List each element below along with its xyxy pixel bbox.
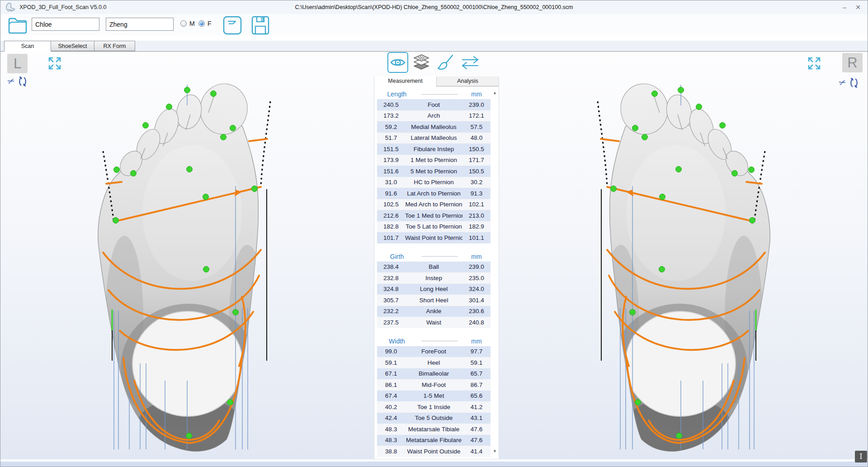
layers-icon[interactable] bbox=[413, 54, 430, 71]
measurement-row: 182.8Toe 5 Lat to Pternion182.9 bbox=[377, 221, 491, 233]
rotate-left-icon[interactable] bbox=[18, 76, 28, 87]
save-icon[interactable] bbox=[250, 15, 270, 35]
right-foot-button[interactable]: R bbox=[842, 53, 863, 72]
measurement-row: 38.8Waist Point Outside41.4 bbox=[377, 446, 491, 457]
measurement-row: 31.0HC to Pternion30.2 bbox=[377, 177, 491, 188]
left-foot-button[interactable]: L bbox=[7, 54, 28, 73]
toolbar: M F bbox=[0, 14, 868, 35]
measurement-row: 237.5Waist240.8 bbox=[377, 317, 491, 328]
right-tools: ✂ bbox=[839, 77, 859, 88]
app-window: XPOD_3D_Full_Foot_Scan V5.0.0 C:\Users\a… bbox=[0, 0, 868, 467]
measurement-row: 305.7Short Heel301.4 bbox=[377, 295, 491, 306]
measurement-row: 48.3Metatarsale Tibiale47.6 bbox=[377, 424, 491, 435]
window-title: XPOD_3D_Full_Foot_Scan V5.0.0 bbox=[19, 4, 106, 10]
left-tools: ✂ bbox=[8, 76, 28, 87]
file-path: C:\Users\admin\Desktop\Scan\(XPOD-HD) Ch… bbox=[0, 4, 868, 10]
swap-arrows-icon[interactable] bbox=[461, 56, 480, 69]
measurement-row: 40.2Toe 1 Inside41.2 bbox=[377, 401, 491, 413]
tab-scan[interactable]: Scan bbox=[4, 41, 51, 52]
minimize-icon[interactable]: – bbox=[840, 3, 849, 12]
gender-male-label: M bbox=[189, 20, 195, 27]
measurement-row: 173.2Arch172.1 bbox=[377, 110, 491, 122]
footer-bar bbox=[0, 462, 868, 467]
gender-radio-male[interactable] bbox=[180, 20, 187, 27]
tab-shoeselect[interactable]: ShoeSelect bbox=[51, 41, 94, 51]
main-tab-bar: Scan ShoeSelect RX Form bbox=[0, 41, 868, 52]
measurement-row: 99.0ForeFoot97.7 bbox=[377, 346, 491, 357]
last-name-field[interactable] bbox=[106, 18, 174, 31]
scroll-down-icon[interactable]: ▼ bbox=[493, 449, 497, 453]
panel-tab-bar: Measurement Analysis bbox=[374, 76, 499, 86]
ibeam-cursor: I bbox=[855, 451, 867, 462]
show-view-button[interactable] bbox=[387, 52, 408, 73]
tab-measurement[interactable]: Measurement bbox=[374, 76, 436, 86]
measurement-row: 67.41-5 Met65.6 bbox=[377, 391, 491, 402]
expand-right-icon[interactable] bbox=[807, 56, 822, 71]
section-header: Lengthmm bbox=[377, 89, 491, 99]
section-header: Girthmm bbox=[377, 252, 491, 262]
measurement-row: 101.7Waist Point to Pternion101.1 bbox=[377, 232, 491, 243]
gender-female-label: F bbox=[208, 20, 212, 27]
app-foot-logo-icon bbox=[5, 2, 17, 12]
measurement-row: 59.2Medial Malleolus57.5 bbox=[377, 121, 491, 133]
rotate-right-icon[interactable] bbox=[849, 77, 859, 88]
brush-icon[interactable] bbox=[436, 54, 454, 71]
measurement-row: 59.1Heel59.1 bbox=[377, 357, 491, 368]
measurement-row: 240.5Foot239.0 bbox=[377, 99, 491, 110]
measurement-row: 86.1Mid-Foot86.7 bbox=[377, 379, 491, 391]
measurement-row: 232.8Instep235.0 bbox=[377, 272, 491, 284]
eye-icon bbox=[390, 57, 406, 68]
first-name-field[interactable] bbox=[32, 18, 99, 31]
gender-radio-female[interactable] bbox=[198, 20, 205, 27]
measurement-row: 212.6Toe 1 Med to Pternion213.0 bbox=[377, 210, 491, 221]
measurement-row: 232.2Ankle230.6 bbox=[377, 306, 491, 317]
scroll-up-icon[interactable]: ▲ bbox=[493, 91, 497, 95]
expand-left-icon[interactable] bbox=[47, 56, 62, 71]
measurement-row: 151.5Fibulare Instep150.5 bbox=[377, 143, 491, 155]
measurement-row: 42.4Toe 5 Outside43.1 bbox=[377, 413, 491, 424]
cut-right-icon[interactable]: ✂ bbox=[838, 77, 848, 88]
tab-analysis[interactable]: Analysis bbox=[436, 76, 499, 86]
new-scan-tag-icon[interactable] bbox=[222, 15, 242, 35]
measurement-row: 238.4Ball239.0 bbox=[377, 262, 491, 273]
left-foot-scan[interactable] bbox=[84, 64, 319, 459]
measurement-row: 173.91 Met to Pternion171.7 bbox=[377, 155, 491, 166]
measurement-row: 102.5Med Arch to Pternion102.1 bbox=[377, 199, 491, 210]
measurement-row: 51.7Lateral Malleolus48.0 bbox=[377, 133, 491, 144]
measurement-row: 48.3Metatarsale Fibulare47.6 bbox=[377, 435, 491, 446]
cut-left-icon[interactable]: ✂ bbox=[6, 76, 16, 87]
scan-content: L ✂ R ✂ bbox=[0, 52, 868, 459]
measurement-row: 151.65 Met to Pternion150.5 bbox=[377, 166, 491, 177]
measurement-card-body: Lengthmm240.5Foot239.0173.2Arch172.159.2… bbox=[374, 89, 499, 459]
measurement-row: 324.8Long Heel324.0 bbox=[377, 284, 491, 295]
right-foot-scan[interactable] bbox=[549, 64, 784, 459]
close-icon[interactable]: ✕ bbox=[853, 3, 863, 12]
open-folder-icon[interactable] bbox=[7, 16, 28, 34]
tab-rx-form[interactable]: RX Form bbox=[94, 41, 135, 51]
section-header: Widthmm bbox=[377, 336, 491, 346]
title-bar: XPOD_3D_Full_Foot_Scan V5.0.0 C:\Users\a… bbox=[0, 0, 868, 14]
measurement-row: 91.6Lat Arch to Pternion91.3 bbox=[377, 188, 491, 199]
measurement-panel: Measurement Analysis Lengthmm240.5Foot23… bbox=[374, 76, 499, 459]
measurement-row: 67.1Bimalleolar65.7 bbox=[377, 368, 491, 380]
